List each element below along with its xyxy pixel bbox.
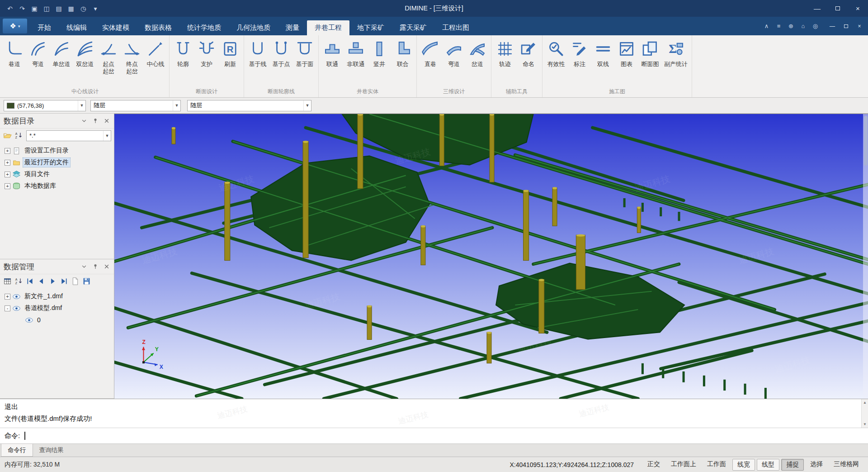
status-toggle[interactable]: 线型 [757,459,779,471]
redo-icon[interactable]: ↷ [17,3,28,14]
ribbon-button[interactable]: 巷道 [3,36,26,86]
ribbon-button[interactable]: 轨迹 [493,36,517,86]
ribbon-tab[interactable]: 露天采矿 [392,20,434,35]
viewport-scrollbar-thumb[interactable] [864,116,868,166]
report-icon[interactable]: ▤ [53,3,64,14]
tree-item[interactable]: +需设置工作目录 [1,145,113,157]
ribbon-button[interactable]: 岔道 [466,36,489,86]
tree-expander[interactable]: + [5,294,10,300]
ribbon-button[interactable]: 双线 [591,36,615,86]
ribbon-button[interactable]: 基于面 [293,36,316,86]
ribbon-button[interactable]: 联合 [391,36,415,86]
ribbon-button[interactable]: 断面图 [638,36,662,86]
open-folder-icon[interactable] [3,131,12,140]
ribbon-button[interactable]: 起点起岔 [97,36,120,86]
close-icon[interactable] [103,117,110,124]
ribbon-button[interactable]: 支护 [195,36,218,86]
ribbon-button[interactable]: 基于点 [269,36,293,86]
ribbon-tab[interactable]: 统计学地质 [179,20,229,35]
tree-expander[interactable]: + [5,183,10,189]
home-icon[interactable]: ⌂ [797,20,809,32]
filter-combo[interactable]: *.* ▼ [26,130,111,141]
ribbon-button[interactable]: 弯道 [26,36,50,86]
ribbon-button[interactable]: 图表 [615,36,638,86]
bottom-tab[interactable]: 命令行 [1,444,33,457]
tree-item[interactable]: +项目文件 [1,168,113,180]
ribbon-tab[interactable]: 地下采矿 [349,20,392,35]
ribbon-tab[interactable]: 线编辑 [59,20,94,35]
pin-icon[interactable] [92,263,99,270]
ribbon-button[interactable]: 非联通 [344,36,368,86]
status-toggle[interactable]: 选择 [806,459,827,471]
layer-combo-2[interactable]: 随层 ▼ [187,100,311,111]
ribbon-button[interactable]: R刷新 [218,36,242,86]
output-scrollbar[interactable]: ▲▼ [861,399,868,428]
ribbon-button[interactable]: 基于线 [246,36,269,86]
search-icon[interactable]: ◎ [810,20,821,32]
scroll-down-icon[interactable]: ▼ [863,422,867,426]
ribbon-button[interactable]: 直巷 [419,36,442,86]
ribbon-button[interactable]: 中心线 [144,36,167,86]
ribbon-tab[interactable]: 测量 [278,20,307,35]
viewport-3d[interactable]: Z Y X 迪迈科技迪迈科技迪迈科技迪迈科技迪迈科技迪迈科技迪迈科技迪迈科技 [114,114,868,399]
attach-icon[interactable]: ⊕ [785,20,797,32]
ribbon-button[interactable]: 联通 [321,36,344,86]
new-doc-icon[interactable] [71,277,80,286]
status-toggle[interactable]: 工作面 [703,459,731,471]
save-icon[interactable] [82,277,91,286]
nav-next-icon[interactable] [48,277,57,286]
status-toggle[interactable]: 线宽 [732,459,755,471]
tree-item[interactable]: +新文件_1.dmf [1,291,113,302]
ribbon-button[interactable]: 标注 [568,36,591,86]
tree-item[interactable]: +本地数据库 [1,180,113,192]
sort-az-icon[interactable]: AZ [14,131,23,140]
history-icon[interactable]: ◷ [78,3,89,14]
tree-expander[interactable]: + [5,148,10,154]
close-button[interactable]: × [848,0,868,17]
nav-first-icon[interactable] [25,277,34,286]
ribbon-layout-icon[interactable]: ≡ [773,20,784,32]
status-toggle[interactable]: 捕捉 [781,459,804,471]
copy-view-icon[interactable]: ◫ [41,3,52,14]
chevron-down-icon[interactable] [80,117,88,124]
capture-icon[interactable]: ▣ [29,3,40,14]
close-icon[interactable] [103,263,110,270]
ribbon-button[interactable]: 终点起岔 [120,36,144,86]
status-toggle[interactable]: 三维格网 [829,459,863,471]
nav-prev-icon[interactable] [37,277,46,286]
viewport-scrollbar[interactable] [863,114,868,399]
ribbon-button[interactable]: 轮廓 [171,36,195,86]
status-toggle[interactable]: 正交 [643,459,665,471]
ribbon-button[interactable]: 命名 [517,36,540,86]
ribbon-tab[interactable]: 井巷工程 [307,20,349,35]
ribbon-tab[interactable]: 数据表格 [137,20,179,35]
nav-last-icon[interactable] [59,277,68,286]
maximize-button[interactable] [827,0,848,17]
ribbon-tab[interactable]: 几何法地质 [229,20,278,35]
tree-expander[interactable]: + [5,160,10,166]
ribbon-button[interactable]: 单岔道 [50,36,73,86]
scroll-up-icon[interactable]: ▲ [863,400,867,405]
app-menu-button[interactable]: ❖▾ [3,19,27,33]
ribbon-button[interactable]: 双岔道 [73,36,97,86]
undo-icon[interactable]: ↶ [5,3,15,14]
status-toggle[interactable]: 工作面上 [666,459,701,471]
ribbon-button[interactable]: Σ副产统计 [662,36,690,86]
more-icon[interactable]: ▾ [90,3,101,14]
ribbon-tab[interactable]: 工程出图 [434,20,477,35]
tree-expander[interactable]: - [5,305,10,311]
ribbon-button[interactable]: 竖井 [368,36,391,86]
ribbon-tab[interactable]: 开始 [30,20,59,35]
doc-minimize-button[interactable]: — [826,20,839,32]
output-console[interactable]: 退出文件(巷道模型.dmf)保存成功! ▲▼ 迪迈科技迪迈科技迪迈科技 [0,399,868,428]
ribbon-button[interactable]: 弯道 [442,36,466,86]
command-input[interactable] [24,428,868,443]
minimize-button[interactable]: — [807,0,827,17]
doc-close-button[interactable]: × [853,20,866,32]
sort-az-icon[interactable]: AZ [14,277,23,286]
ribbon-tab[interactable]: 实体建模 [94,20,137,35]
bottom-tab[interactable]: 查询结果 [33,444,70,457]
chevron-down-icon[interactable] [80,263,88,270]
tree-item[interactable]: 0 [1,314,113,326]
collapse-ribbon-icon[interactable]: ∧ [761,20,772,32]
